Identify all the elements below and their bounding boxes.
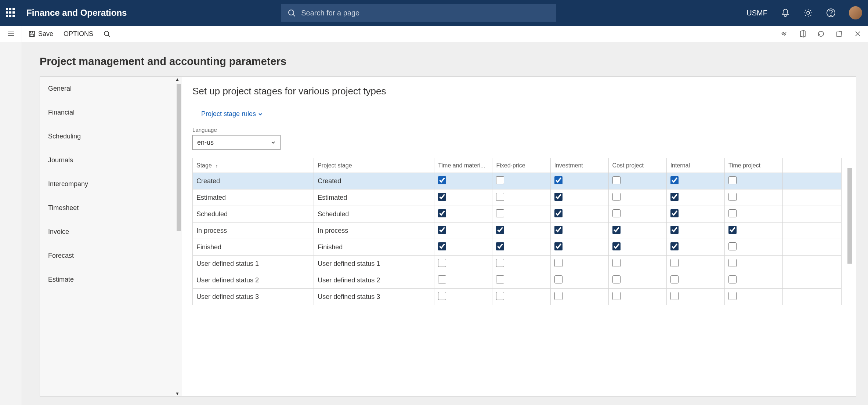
table-row[interactable]: User defined status 1User defined status… xyxy=(193,256,842,272)
column-header-fixed-price[interactable]: Fixed-price xyxy=(492,158,550,173)
cell-project-stage[interactable]: Finished xyxy=(314,239,434,256)
sidenav-item-general[interactable]: General xyxy=(40,77,181,101)
stage-checkbox[interactable] xyxy=(438,226,446,234)
stage-checkbox[interactable] xyxy=(496,209,504,217)
column-header-cost-project[interactable]: Cost project xyxy=(608,158,666,173)
cell-project-stage[interactable]: In process xyxy=(314,223,434,239)
nav-scrollbar-thumb[interactable] xyxy=(177,84,181,231)
office-icon[interactable] xyxy=(799,30,806,37)
stage-checkbox[interactable] xyxy=(670,275,679,283)
nav-scroll-down[interactable]: ▼ xyxy=(175,391,180,396)
column-header-time-project[interactable]: Time project xyxy=(724,158,782,173)
table-row[interactable]: User defined status 2User defined status… xyxy=(193,272,842,289)
refresh-icon[interactable] xyxy=(817,30,825,37)
stage-checkbox[interactable] xyxy=(612,259,621,267)
sidenav-item-scheduling[interactable]: Scheduling xyxy=(40,124,181,148)
stage-checkbox[interactable] xyxy=(554,176,563,184)
stage-checkbox[interactable] xyxy=(612,176,621,184)
stage-checkbox[interactable] xyxy=(554,259,563,267)
help-icon[interactable] xyxy=(826,8,836,18)
cell-project-stage[interactable]: Estimated xyxy=(314,189,434,206)
cell-project-stage[interactable]: User defined status 3 xyxy=(314,289,434,305)
stage-checkbox[interactable] xyxy=(554,275,563,283)
stage-checkbox[interactable] xyxy=(728,259,737,267)
column-header-investment[interactable]: Investment xyxy=(550,158,608,173)
panel-scrollbar-thumb[interactable] xyxy=(847,168,852,264)
stage-checkbox[interactable] xyxy=(438,259,446,267)
cell-stage[interactable]: User defined status 3 xyxy=(193,289,314,305)
stage-checkbox[interactable] xyxy=(438,193,446,201)
cell-project-stage[interactable]: User defined status 1 xyxy=(314,256,434,272)
related-info-icon[interactable] xyxy=(781,30,788,37)
stage-checkbox[interactable] xyxy=(438,176,446,184)
stage-checkbox[interactable] xyxy=(438,292,446,300)
stage-checkbox[interactable] xyxy=(612,292,621,300)
search-input[interactable] xyxy=(301,9,550,17)
cell-stage[interactable]: Scheduled xyxy=(193,206,314,223)
cell-stage[interactable]: Created xyxy=(193,173,314,189)
cell-stage[interactable]: User defined status 2 xyxy=(193,272,314,289)
stage-checkbox[interactable] xyxy=(728,176,737,184)
stage-checkbox[interactable] xyxy=(438,242,446,250)
stage-checkbox[interactable] xyxy=(496,292,504,300)
stage-checkbox[interactable] xyxy=(728,209,737,217)
cell-stage[interactable]: User defined status 1 xyxy=(193,256,314,272)
stage-checkbox[interactable] xyxy=(496,193,504,201)
stage-checkbox[interactable] xyxy=(728,275,737,283)
stage-checkbox[interactable] xyxy=(554,209,563,217)
stage-checkbox[interactable] xyxy=(612,226,621,234)
stage-checkbox[interactable] xyxy=(670,226,679,234)
stage-checkbox[interactable] xyxy=(670,242,679,250)
company-code[interactable]: USMF xyxy=(746,9,767,17)
sidenav-item-intercompany[interactable]: Intercompany xyxy=(40,172,181,196)
global-search[interactable] xyxy=(281,4,556,22)
stage-checkbox[interactable] xyxy=(728,226,737,234)
popout-icon[interactable] xyxy=(836,30,843,37)
stage-checkbox[interactable] xyxy=(496,242,504,250)
stage-checkbox[interactable] xyxy=(496,275,504,283)
cell-stage[interactable]: Estimated xyxy=(193,189,314,206)
cell-project-stage[interactable]: User defined status 2 xyxy=(314,272,434,289)
stage-checkbox[interactable] xyxy=(554,226,563,234)
sidenav-item-timesheet[interactable]: Timesheet xyxy=(40,196,181,220)
cell-stage[interactable]: In process xyxy=(193,223,314,239)
column-header-project-stage[interactable]: Project stage xyxy=(314,158,434,173)
column-header-stage[interactable]: Stage↑ xyxy=(193,158,314,173)
stage-checkbox[interactable] xyxy=(612,209,621,217)
stage-checkbox[interactable] xyxy=(670,176,679,184)
table-row[interactable]: User defined status 3User defined status… xyxy=(193,289,842,305)
gear-icon[interactable] xyxy=(803,8,813,18)
stage-checkbox[interactable] xyxy=(554,292,563,300)
cell-project-stage[interactable]: Scheduled xyxy=(314,206,434,223)
stage-checkbox[interactable] xyxy=(670,259,679,267)
sidenav-item-estimate[interactable]: Estimate xyxy=(40,268,181,292)
sidenav-item-forecast[interactable]: Forecast xyxy=(40,244,181,268)
stage-checkbox[interactable] xyxy=(612,242,621,250)
stage-checkbox[interactable] xyxy=(670,193,679,201)
stage-checkbox[interactable] xyxy=(496,259,504,267)
bell-icon[interactable] xyxy=(781,8,790,18)
cell-project-stage[interactable]: Created xyxy=(314,173,434,189)
table-row[interactable]: EstimatedEstimated xyxy=(193,189,842,206)
stage-checkbox[interactable] xyxy=(612,275,621,283)
stage-checkbox[interactable] xyxy=(612,193,621,201)
stage-checkbox[interactable] xyxy=(554,242,563,250)
table-row[interactable]: CreatedCreated xyxy=(193,173,842,189)
sidenav-item-journals[interactable]: Journals xyxy=(40,148,181,172)
stage-checkbox[interactable] xyxy=(554,193,563,201)
stage-checkbox[interactable] xyxy=(496,176,504,184)
column-header-time-and-materi-[interactable]: Time and materi... xyxy=(434,158,492,173)
navigation-toggle[interactable] xyxy=(0,26,22,42)
stage-checkbox[interactable] xyxy=(438,275,446,283)
table-row[interactable]: In processIn process xyxy=(193,223,842,239)
sidenav-item-invoice[interactable]: Invoice xyxy=(40,220,181,244)
stage-checkbox[interactable] xyxy=(670,292,679,300)
project-stage-rules-link[interactable]: Project stage rules xyxy=(201,110,263,118)
stage-checkbox[interactable] xyxy=(728,193,737,201)
stage-checkbox[interactable] xyxy=(728,242,737,250)
app-launcher-icon[interactable] xyxy=(6,8,15,18)
column-header-internal[interactable]: Internal xyxy=(666,158,724,173)
nav-scroll-up[interactable]: ▲ xyxy=(175,77,180,82)
cell-stage[interactable]: Finished xyxy=(193,239,314,256)
table-row[interactable]: FinishedFinished xyxy=(193,239,842,256)
